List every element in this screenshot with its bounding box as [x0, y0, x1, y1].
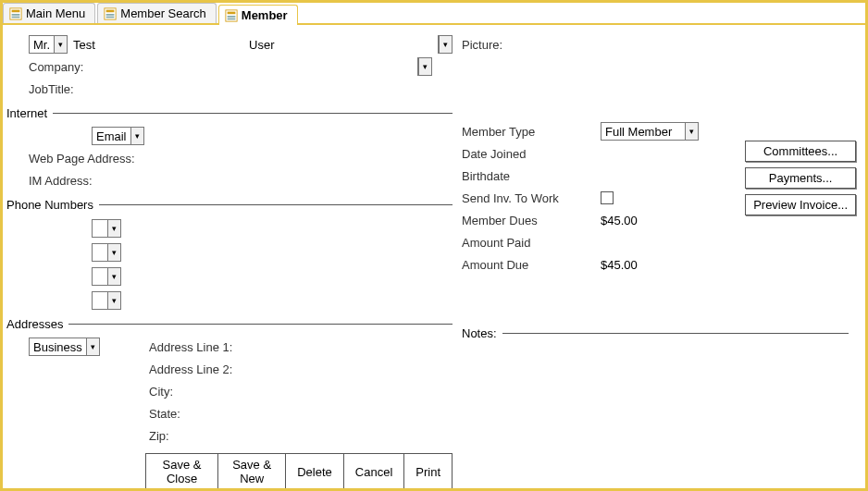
- contact-method-combo[interactable]: Email: [92, 127, 144, 145]
- address-type-value: Business: [30, 340, 86, 354]
- cancel-button[interactable]: Cancel: [344, 454, 404, 489]
- phone-type-combo-3[interactable]: [92, 267, 121, 286]
- title-value: Mr.: [30, 38, 54, 52]
- chevron-down-icon[interactable]: [130, 128, 143, 144]
- svg-rect-10: [227, 16, 235, 18]
- tab-label: Member: [242, 8, 288, 22]
- delete-button[interactable]: Delete: [286, 454, 344, 489]
- last-name-combo[interactable]: [438, 35, 453, 54]
- divider: [53, 113, 453, 114]
- company-combo[interactable]: [417, 57, 432, 76]
- svg-rect-5: [106, 9, 115, 12]
- svg-rect-2: [12, 14, 20, 16]
- preview-invoice-button[interactable]: Preview Invoice...: [745, 194, 856, 215]
- chevron-down-icon[interactable]: [439, 36, 452, 53]
- tab-label: Member Search: [120, 6, 205, 20]
- tab-bar: Main Menu Member Search Member: [3, 3, 865, 25]
- member-dues-label: Member Dues: [462, 214, 601, 227]
- form-icon: [225, 9, 238, 22]
- phone-section-title: Phone Numbers: [6, 198, 99, 212]
- chevron-down-icon[interactable]: [107, 220, 120, 237]
- jobtitle-label: JobTitle:: [29, 82, 74, 96]
- svg-rect-11: [227, 18, 235, 19]
- title-combo[interactable]: Mr.: [29, 35, 68, 54]
- member-dues-value: $45.00: [601, 214, 638, 227]
- chevron-down-icon[interactable]: [685, 123, 698, 140]
- addresses-section-title: Addresses: [6, 317, 68, 331]
- svg-rect-7: [106, 16, 115, 18]
- send-inv-label: Send Inv. To Work: [462, 191, 601, 205]
- chevron-down-icon[interactable]: [107, 292, 120, 309]
- tab-main-menu[interactable]: Main Menu: [3, 3, 95, 23]
- date-joined-label: Date Joined: [462, 147, 526, 161]
- chevron-down-icon[interactable]: [86, 338, 99, 355]
- phone-type-combo-1[interactable]: [92, 219, 121, 238]
- chevron-down-icon[interactable]: [107, 244, 120, 261]
- svg-rect-9: [227, 11, 235, 14]
- divider: [68, 324, 453, 325]
- chevron-down-icon[interactable]: [107, 268, 120, 285]
- contact-method-value: Email: [93, 129, 130, 143]
- phone-type-combo-2[interactable]: [92, 243, 121, 262]
- amount-due-label: Amount Due: [462, 258, 601, 272]
- state-label: State:: [149, 407, 180, 421]
- birthdate-label: Birthdate: [462, 169, 510, 183]
- city-label: City:: [149, 385, 173, 399]
- webpage-label: Web Page Address:: [29, 152, 135, 166]
- amount-due-value: $45.00: [601, 258, 638, 272]
- print-button[interactable]: Print: [404, 454, 453, 489]
- first-name-field[interactable]: Test: [73, 38, 249, 52]
- tab-label: Main Menu: [26, 6, 85, 20]
- member-type-value: Full Member: [601, 125, 685, 139]
- save-new-button[interactable]: Save & New: [218, 454, 286, 489]
- svg-rect-1: [12, 9, 20, 12]
- amount-paid-label: Amount Paid: [462, 236, 530, 250]
- member-type-label: Member Type: [462, 125, 601, 139]
- send-inv-checkbox[interactable]: [601, 191, 614, 204]
- form-area: Mr. Test User Company: JobTitle: Interne…: [3, 25, 865, 491]
- committees-button[interactable]: Committees...: [745, 141, 856, 162]
- svg-rect-6: [106, 14, 115, 16]
- address-type-combo[interactable]: Business: [29, 338, 100, 356]
- tab-member[interactable]: Member: [218, 5, 298, 25]
- divider: [99, 204, 453, 205]
- tab-member-search[interactable]: Member Search: [97, 3, 216, 23]
- phone-type-combo-4[interactable]: [92, 291, 121, 310]
- last-name-field[interactable]: User: [249, 38, 274, 52]
- address-line2-label: Address Line 2:: [149, 362, 232, 376]
- im-label: IM Address:: [29, 174, 93, 188]
- zip-label: Zip:: [149, 429, 169, 443]
- chevron-down-icon[interactable]: [418, 58, 431, 75]
- internet-section-title: Internet: [6, 106, 53, 120]
- form-icon: [104, 7, 117, 20]
- member-type-combo[interactable]: Full Member: [601, 122, 699, 141]
- payments-button[interactable]: Payments...: [745, 167, 856, 189]
- notes-section-title: Notes:: [462, 326, 502, 340]
- svg-rect-3: [12, 16, 20, 18]
- save-close-button[interactable]: Save & Close: [145, 454, 218, 489]
- address-line1-label: Address Line 1:: [149, 340, 232, 354]
- chevron-down-icon[interactable]: [54, 36, 67, 53]
- divider: [502, 333, 849, 334]
- picture-label: Picture:: [462, 38, 502, 52]
- form-icon: [9, 7, 22, 20]
- company-label: Company:: [29, 60, 417, 74]
